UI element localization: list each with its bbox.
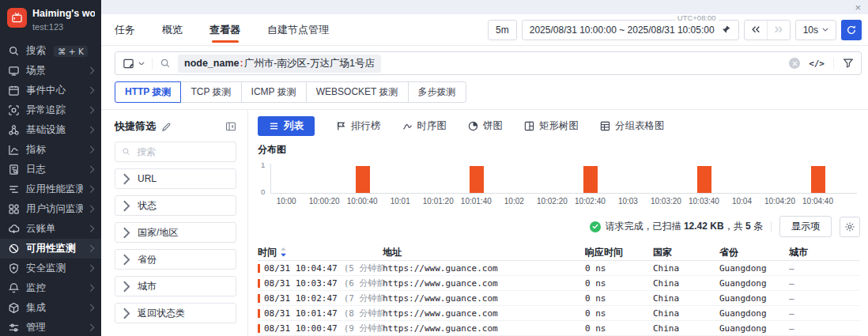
code-mode-icon[interactable]: </> bbox=[809, 59, 825, 69]
table-row[interactable]: 08/31 10:00:47 (9 分钟前) https://www.guanc… bbox=[258, 321, 860, 336]
filter-item-city[interactable]: 城市 bbox=[115, 276, 236, 296]
chevron-right-icon bbox=[89, 145, 95, 154]
sidebar-item-availability[interactable]: 可用性监测 bbox=[0, 239, 101, 259]
probe-tab-multi-step[interactable]: 多步拨测 bbox=[408, 81, 466, 103]
probe-tab-http[interactable]: HTTP 拨测 bbox=[115, 81, 181, 103]
display-columns-button[interactable]: 显示项 bbox=[779, 216, 832, 237]
view-tab-timeseries[interactable]: 时序图 bbox=[402, 116, 447, 136]
sidebar-item-security[interactable]: 安全监测 bbox=[0, 259, 101, 278]
security-icon bbox=[8, 262, 20, 274]
sidebar-menu: 场景 事件中心 异常追踪 基础设施 指标 日志 应用性能监测 用户访问监测 云账… bbox=[0, 61, 101, 336]
chevron-down-icon bbox=[822, 28, 828, 32]
sidebar-item-monitoring[interactable]: 监控 bbox=[0, 278, 101, 298]
edit-filters-icon[interactable] bbox=[161, 122, 172, 132]
sidebar-item-integration[interactable]: 集成 bbox=[0, 298, 101, 318]
filter-item-country-region[interactable]: 国家/地区 bbox=[115, 222, 236, 243]
table-settings-button[interactable] bbox=[840, 217, 860, 237]
row-country: China bbox=[653, 323, 719, 334]
sort-icon[interactable] bbox=[280, 247, 287, 258]
distribution-bar[interactable] bbox=[697, 166, 711, 193]
row-country: China bbox=[653, 263, 719, 274]
x-tick-label: 10:03:20 bbox=[651, 197, 681, 206]
quick-range-button[interactable]: 5m bbox=[488, 20, 517, 40]
column-header-province[interactable]: 省份 bbox=[719, 246, 789, 259]
column-header-time[interactable]: 时间 bbox=[258, 246, 383, 259]
sidebar-item-error-tracing[interactable]: 异常追踪 bbox=[0, 100, 101, 120]
sidebar-item-scenes[interactable]: 场景 bbox=[0, 61, 101, 81]
sidebar-item-logs[interactable]: 日志 bbox=[0, 160, 101, 179]
timezone-label: UTC+08:00 bbox=[675, 14, 719, 22]
distribution-chart: 分布图 1 0 10:0010:00:2010:00:4010:0110:01:… bbox=[258, 143, 860, 207]
time-back-button[interactable] bbox=[745, 21, 767, 40]
sidebar-item-management[interactable]: 管理 bbox=[0, 318, 101, 336]
search-icon bbox=[122, 147, 130, 156]
chevron-right-icon bbox=[89, 284, 95, 293]
sidebar-item-apm[interactable]: 应用性能监测 bbox=[0, 179, 101, 199]
table-row[interactable]: 08/31 10:04:47 (5 分钟前) https://www.guanc… bbox=[258, 261, 860, 276]
probe-tab-icmp[interactable]: ICMP 拨测 bbox=[241, 81, 307, 103]
time-forward-button[interactable] bbox=[767, 21, 790, 40]
tv-icon bbox=[11, 12, 23, 24]
view-tab-grouped-table[interactable]: 分组表格图 bbox=[600, 116, 665, 136]
tab-node-management[interactable]: 自建节点管理 bbox=[267, 14, 329, 45]
column-header-city[interactable]: 城市 bbox=[789, 246, 860, 259]
sidebar-item-cloud-billing[interactable]: 云账单 bbox=[0, 219, 101, 239]
filter-item-return-status-class[interactable]: 返回状态类 bbox=[115, 303, 236, 323]
tab-tasks[interactable]: 任务 bbox=[115, 14, 135, 45]
probe-tab-websocket[interactable]: WEBSOCKET 拨测 bbox=[306, 81, 409, 103]
filter-search-input[interactable] bbox=[135, 145, 229, 158]
double-chevron-left-icon bbox=[751, 26, 760, 33]
table-row[interactable]: 08/31 10:01:47 (8 分钟前) https://www.guanc… bbox=[258, 306, 860, 321]
filter-item-status[interactable]: 状态 bbox=[115, 195, 236, 216]
filter-item-url[interactable]: URL bbox=[115, 168, 236, 189]
sidebar-item-rum[interactable]: 用户访问监测 bbox=[0, 199, 101, 219]
sidebar-item-infrastructure[interactable]: 基础设施 bbox=[0, 120, 101, 140]
chevron-right-icon bbox=[89, 106, 95, 115]
column-header-country[interactable]: 国家 bbox=[653, 246, 719, 259]
probe-tab-tcp[interactable]: TCP 拨测 bbox=[180, 81, 241, 103]
table-row[interactable]: 08/31 10:03:47 (6 分钟前) https://www.guanc… bbox=[258, 276, 860, 291]
content: × 任务概览查看器自建节点管理 5m UTC+08:00 2025/08/31 … bbox=[101, 0, 868, 336]
tab-overview[interactable]: 概览 bbox=[162, 14, 183, 45]
advanced-filter-icon[interactable] bbox=[833, 58, 854, 69]
column-header-response[interactable]: 响应时间 bbox=[585, 246, 653, 259]
view-tab-ranking[interactable]: 排行榜 bbox=[336, 116, 381, 136]
sidebar-item-metrics[interactable]: 指标 bbox=[0, 140, 101, 160]
sidebar-search[interactable]: 搜索 ⌘ + K bbox=[0, 41, 101, 61]
row-city: – bbox=[789, 323, 860, 334]
table-row[interactable]: 08/31 10:02:47 (7 分钟前) https://www.guanc… bbox=[258, 291, 860, 306]
clear-query-icon[interactable] bbox=[789, 58, 800, 69]
workspace-switcher[interactable]: Haiming's work... test:123 bbox=[0, 5, 101, 38]
sidebar: Haiming's work... test:123 搜索 ⌘ + K 场景 事… bbox=[0, 0, 101, 336]
query-search-box[interactable]: node_name:广州市-南沙区-万达广场1号店 </> bbox=[115, 51, 862, 75]
probe-type-row: HTTP 拨测TCP 拨测ICMP 拨测WEBSOCKET 拨测多步拨测 bbox=[101, 75, 868, 110]
view-tab-list[interactable]: 列表 bbox=[258, 116, 315, 136]
query-filter-tag[interactable]: node_name:广州市-南沙区-万达广场1号店 bbox=[178, 55, 381, 73]
view-tab-pie[interactable]: 饼图 bbox=[468, 116, 503, 136]
column-header-url[interactable]: 地址 bbox=[383, 246, 585, 259]
refresh-button[interactable] bbox=[841, 20, 862, 40]
distribution-bar[interactable] bbox=[470, 166, 484, 193]
filter-item-province[interactable]: 省份 bbox=[115, 249, 236, 270]
distribution-bar[interactable] bbox=[811, 166, 825, 193]
x-tick-label: 10:00 bbox=[277, 197, 296, 206]
scenes-icon bbox=[8, 65, 20, 77]
time-range-picker[interactable]: 2025/08/31 10:00:00 ~ 2025/08/31 10:05:0… bbox=[522, 20, 739, 40]
distribution-bar[interactable] bbox=[356, 166, 370, 193]
sidebar-search-label: 搜索 bbox=[26, 44, 46, 58]
view-tab-treemap[interactable]: 矩形树图 bbox=[524, 116, 579, 136]
sidebar-item-event-center[interactable]: 事件中心 bbox=[0, 81, 101, 100]
apm-icon bbox=[8, 183, 20, 195]
chevron-right-icon bbox=[89, 205, 95, 213]
refresh-interval-dropdown[interactable]: 10s bbox=[795, 20, 836, 40]
close-icon[interactable]: × bbox=[855, 2, 861, 13]
tracing-icon bbox=[8, 104, 20, 116]
main-panel: 列表 排行榜 时序图 饼图 矩形树图 分组表格图 分布图 1 0 10:0010… bbox=[248, 110, 868, 336]
distribution-bar[interactable] bbox=[583, 166, 598, 193]
row-city: – bbox=[789, 278, 860, 289]
row-province: Guangdong bbox=[719, 308, 789, 319]
saved-views-dropdown[interactable] bbox=[123, 58, 153, 70]
tab-viewer[interactable]: 查看器 bbox=[209, 14, 240, 45]
collapse-panel-icon[interactable] bbox=[225, 121, 236, 132]
pin-icon[interactable] bbox=[721, 25, 731, 35]
